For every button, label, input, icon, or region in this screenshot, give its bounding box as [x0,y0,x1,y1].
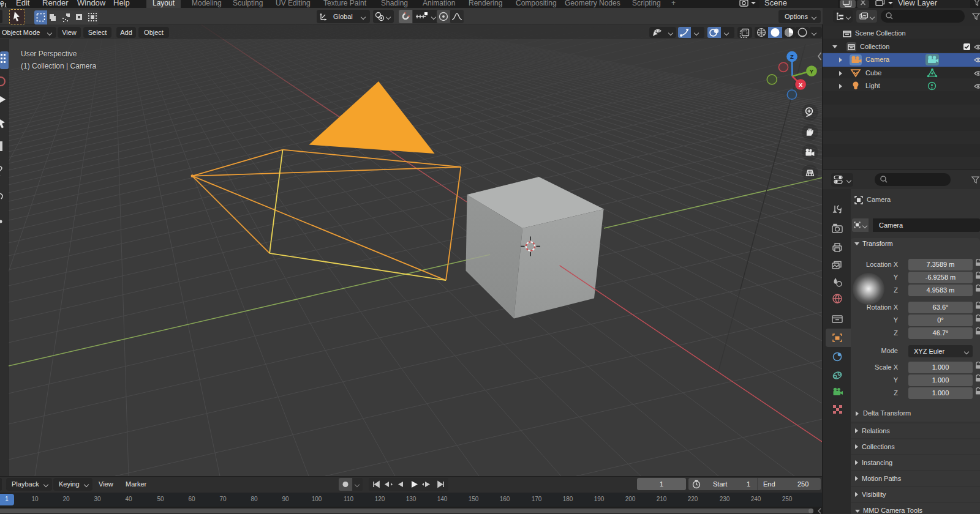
svg-text:Z: Z [790,53,794,60]
svg-text:Y: Y [810,68,814,75]
svg-text:X: X [799,81,803,88]
